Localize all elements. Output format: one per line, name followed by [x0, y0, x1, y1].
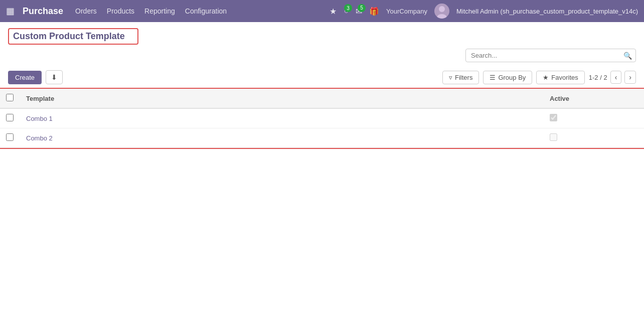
create-button[interactable]: Create [8, 71, 42, 84]
page-title-row [0, 22, 644, 45]
menu-orders[interactable]: Orders [75, 7, 97, 15]
row-checkbox[interactable] [6, 114, 14, 121]
company-name[interactable]: YourCompany [386, 8, 427, 15]
top-right-icons: ★ ○ 3 ✉ 5 🎁 YourCompany Mitchell Admin (… [330, 4, 638, 19]
top-menu: Orders Products Reporting Configuration [75, 7, 321, 15]
active-cell [544, 108, 644, 128]
page-title-input[interactable] [8, 28, 138, 45]
select-all-checkbox[interactable] [6, 94, 14, 101]
data-table: Template Active Combo 1Combo 2 [0, 89, 644, 148]
template-name[interactable]: Combo 1 [20, 108, 544, 128]
pagination-text: 1-2 / 2 [589, 74, 607, 81]
favorites-button[interactable]: ★ Favorites [536, 71, 584, 84]
filters-label: Filters [455, 74, 472, 81]
apps-icon[interactable]: ▦ [6, 6, 15, 17]
menu-products[interactable]: Products [107, 7, 134, 15]
app-brand[interactable]: Purchase [23, 6, 63, 17]
header-template: Template [20, 89, 544, 108]
menu-reporting[interactable]: Reporting [144, 7, 175, 15]
table-row: Combo 1 [0, 108, 644, 128]
search-icon: 🔍 [623, 52, 632, 60]
search-toolbar-row: 🔍 [0, 45, 644, 66]
search-container: 🔍 [465, 49, 636, 62]
action-row-right: ▿ Filters ☰ Group By ★ Favorites 1-2 / 2… [442, 71, 636, 84]
groupby-icon: ☰ [490, 74, 496, 81]
active-header-label: Active [550, 95, 569, 102]
table-header-row: Template Active [0, 89, 644, 108]
header-checkbox-col [0, 89, 20, 108]
download-button[interactable]: ⬇ [46, 70, 63, 84]
favorites-label: Favorites [551, 74, 578, 81]
username: Mitchell Admin (sh_purchase_custom_produ… [456, 8, 638, 15]
row-checkbox[interactable] [6, 133, 14, 141]
template-name[interactable]: Combo 2 [20, 128, 544, 148]
menu-configuration[interactable]: Configuration [185, 7, 227, 15]
table-row: Combo 2 [0, 128, 644, 148]
active-cell [544, 128, 644, 148]
header-active: Active [544, 89, 644, 108]
messages-badge: 5 [358, 4, 366, 12]
updates-icon[interactable]: ○ 3 [344, 7, 349, 16]
groupby-label: Group By [498, 74, 526, 81]
active-checkbox[interactable] [550, 114, 557, 121]
gift-icon[interactable]: 🎁 [369, 7, 379, 16]
messages-icon[interactable]: ✉ 5 [356, 7, 362, 16]
template-header-label: Template [26, 95, 54, 102]
active-checkbox[interactable] [550, 133, 557, 141]
pagination-prev[interactable]: ‹ [610, 71, 622, 84]
action-row-left: Create ⬇ [8, 70, 63, 84]
pagination-next[interactable]: › [624, 71, 636, 84]
search-input[interactable] [465, 49, 636, 62]
pagination-info: 1-2 / 2 ‹ › [589, 71, 636, 84]
star-fav-icon: ★ [543, 74, 549, 81]
avatar[interactable] [434, 4, 449, 19]
star-icon[interactable]: ★ [330, 7, 337, 16]
content-area: 🔍 Create ⬇ ▿ Filters ☰ Group By ★ Favori… [0, 22, 644, 320]
table-highlight-wrapper: Template Active Combo 1Combo 2 [0, 89, 644, 148]
filters-button[interactable]: ▿ Filters [442, 71, 479, 84]
groupby-button[interactable]: ☰ Group By [483, 71, 532, 84]
updates-badge: 3 [344, 4, 352, 12]
action-row: Create ⬇ ▿ Filters ☰ Group By ★ Favorite… [0, 66, 644, 89]
svg-point-1 [439, 6, 445, 12]
filter-icon: ▿ [449, 74, 452, 81]
top-navigation: ▦ Purchase Orders Products Reporting Con… [0, 0, 644, 22]
